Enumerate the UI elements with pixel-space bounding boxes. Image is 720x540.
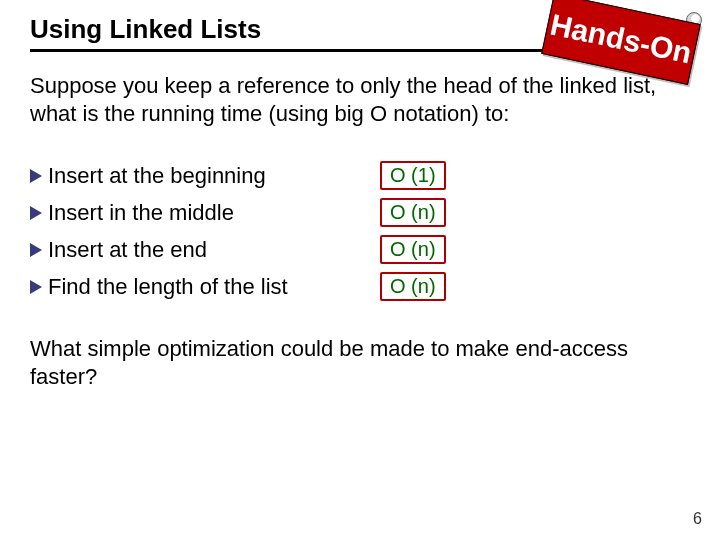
followup-question: What simple optimization could be made t… <box>30 335 690 390</box>
question-row: Find the length of the list <box>30 274 380 300</box>
question-text: Insert at the beginning <box>48 163 266 189</box>
slide: Using Linked Lists Hands-On Suppose you … <box>0 0 720 540</box>
bullet-arrow-icon <box>30 206 42 220</box>
question-row: Insert at the beginning <box>30 163 380 189</box>
answer-box: O (1) <box>380 161 446 190</box>
answer-cell: O (n) <box>380 235 690 264</box>
answer-box: O (n) <box>380 235 446 264</box>
bullet-arrow-icon <box>30 169 42 183</box>
question-row: Insert at the end <box>30 237 380 263</box>
page-number: 6 <box>693 510 702 528</box>
question-text: Insert at the end <box>48 237 207 263</box>
answer-box: O (n) <box>380 198 446 227</box>
intro-text: Suppose you keep a reference to only the… <box>30 72 690 127</box>
answer-box: O (n) <box>380 272 446 301</box>
question-row: Insert in the middle <box>30 200 380 226</box>
answer-cell: O (n) <box>380 198 690 227</box>
bullet-arrow-icon <box>30 243 42 257</box>
slide-title: Using Linked Lists <box>30 14 261 45</box>
answer-cell: O (1) <box>380 161 690 190</box>
qa-grid: Insert at the beginning O (1) Insert in … <box>30 161 690 301</box>
question-text: Insert in the middle <box>48 200 234 226</box>
answer-cell: O (n) <box>380 272 690 301</box>
question-text: Find the length of the list <box>48 274 288 300</box>
bullet-arrow-icon <box>30 280 42 294</box>
